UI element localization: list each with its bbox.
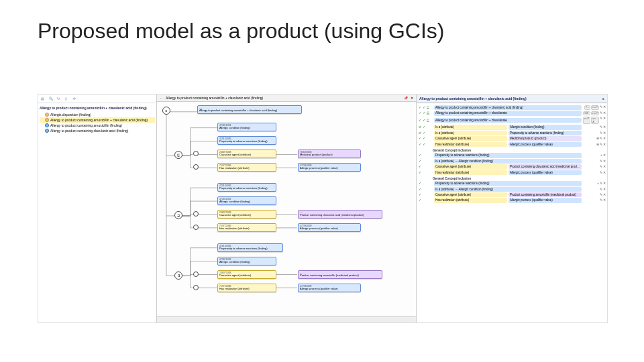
attribute-node[interactable]: 719722006Has realization (attribute)	[217, 223, 276, 232]
axiom-list: ✓✓⊑Allergy to product containing amoxici…	[417, 103, 607, 322]
search-icon[interactable]: 🔍	[49, 97, 53, 101]
doc-icon[interactable]: ▯	[65, 97, 69, 101]
axiom-row[interactable]: ✓✓⊑Allergy to product containing amoxici…	[418, 105, 606, 110]
axiom-row[interactable]: ⊘✓Is a (attribute)Allergic condition (fi…	[418, 125, 606, 129]
tree-row[interactable]: Allergy to product containing amoxicilli…	[40, 123, 155, 128]
join-dot	[193, 151, 199, 156]
attribute-node[interactable]: 719722006Has realization (attribute)	[217, 163, 276, 172]
join-dot	[193, 272, 199, 277]
axiom-row[interactable]: ✓✓Causative agent (attribute)Medicinal p…	[418, 136, 606, 141]
tree-row[interactable]: Allergic disposition (finding)	[40, 112, 155, 117]
axiom-row[interactable]: ✓Has realization (attribute)Allergic pro…	[418, 198, 606, 202]
concept-node[interactable]: 473011001Allergic condition (finding)	[217, 196, 276, 205]
section-header: General Concept Inclusion	[433, 149, 606, 152]
axiom-row[interactable]: ✓✓⊑Allergy to product containing amoxici…	[418, 111, 606, 115]
subsumes-op: ⊑	[174, 151, 182, 159]
value-node[interactable]: —Product containing amoxicillin (medicin…	[298, 270, 382, 279]
menu-icon[interactable]: ≡	[602, 97, 604, 101]
tree-header: Allergy to product containing amoxicilli…	[40, 106, 155, 110]
attribute-node[interactable]: 246075003Causative agent (attribute)	[217, 149, 276, 158]
concept-node[interactable]: 473011001Allergic condition (finding)	[217, 123, 276, 131]
left-toolbar: ▤ 🔍 ↻ ▯ ⟳	[38, 95, 156, 103]
close-icon[interactable]: ✕	[411, 96, 413, 100]
axiom-row[interactable]: ✓Causative agent (attribute)Product cont…	[418, 164, 606, 169]
section-header: General Concept Inclusion	[433, 177, 606, 180]
value-node[interactable]: 472964009Allergic process (qualifier val…	[298, 223, 361, 232]
tree-row[interactable]: Allergy to product containing clavulanic…	[40, 128, 155, 133]
history-icon[interactable]: ⟳	[73, 97, 77, 101]
value-node[interactable]: 472964009Allergic process (qualifier val…	[298, 163, 361, 172]
join-dot	[193, 285, 199, 290]
subsumed-op: ⊒	[174, 211, 182, 219]
tree-row-selected[interactable]: Allergy to product containing amoxicilli…	[40, 117, 155, 123]
axiom-row[interactable]: ✓Propensity to adverse reactions (findin…	[418, 153, 606, 158]
right-panel: Allergy to product containing amoxicilli…	[417, 95, 607, 322]
value-node[interactable]: 763158003Medicinal product (product)	[298, 149, 361, 158]
page-title: Proposed model as a product (using GCIs)	[38, 19, 445, 44]
equivalence-op: ≡	[162, 107, 170, 115]
right-header: Allergy to product containing amoxicilli…	[417, 95, 607, 103]
concept-node[interactable]: 420134006Propensity to adverse reactions…	[217, 136, 276, 145]
axiom-row[interactable]: ✓Causative agent (attribute)Product cont…	[418, 192, 606, 197]
join-dot	[193, 164, 199, 170]
join-dot	[193, 211, 199, 217]
root-concept[interactable]: —Allergy to product containing amoxicill…	[197, 105, 302, 114]
axiom-row[interactable]: ✓Has realization (attribute)Allergic pro…	[418, 170, 606, 175]
axiom-row[interactable]: ✓Is a (attribute) → Allergic condition (…	[418, 159, 606, 164]
refresh-icon[interactable]: ↻	[57, 97, 61, 101]
attribute-node[interactable]: 246075003Causative agent (attribute)	[217, 270, 276, 279]
app-screenshot: ▤ 🔍 ↻ ▯ ⟳ Allergy to product containing …	[38, 94, 608, 323]
pin-icon[interactable]: 📌	[404, 96, 408, 100]
diagram-tabbar	[157, 316, 416, 322]
axiom-row[interactable]: ✓✓⊑Allergy to product containing amoxici…	[418, 117, 606, 125]
tree-icon[interactable]: ▤	[41, 97, 45, 101]
concept-tree: Allergy to product containing amoxicilli…	[38, 103, 156, 322]
concept-node[interactable]: 420134006Propensity to adverse reactions…	[217, 243, 283, 252]
diagram-canvas[interactable]: —Allergy to product containing amoxicill…	[157, 101, 416, 322]
axiom-row[interactable]: ⊘✓Is a (attribute)Propensity to adverse …	[418, 131, 606, 135]
axiom-row[interactable]: ✓✓Has realization (attribute)Allergic pr…	[418, 142, 606, 147]
value-node[interactable]: 472964009Allergic process (qualifier val…	[298, 284, 361, 292]
attribute-node[interactable]: 719722006Has realization (attribute)	[217, 284, 276, 292]
exists-op: ∃	[174, 272, 182, 280]
axiom-row[interactable]: ✓Is a (attribute) → Allergic condition (…	[418, 187, 606, 192]
left-panel: ▤ 🔍 ↻ ▯ ⟳ Allergy to product containing …	[38, 95, 157, 322]
axiom-row[interactable]: ✓Propensity to adverse reactions (findin…	[418, 181, 606, 186]
diagram-panel: ← Allergy to product containing amoxicil…	[157, 95, 417, 322]
concept-path: Allergy to product containing amoxicilli…	[166, 96, 263, 100]
attribute-node[interactable]: 246075003Causative agent (attribute)	[217, 210, 276, 219]
back-icon[interactable]: ←	[160, 96, 163, 100]
value-node[interactable]: —Product containing clavulanic acid (med…	[298, 210, 382, 219]
concept-node[interactable]: 473011001Allergic condition (finding)	[217, 257, 276, 265]
concept-node[interactable]: 420134006Propensity to adverse reactions…	[217, 183, 276, 192]
join-dot	[193, 225, 199, 230]
